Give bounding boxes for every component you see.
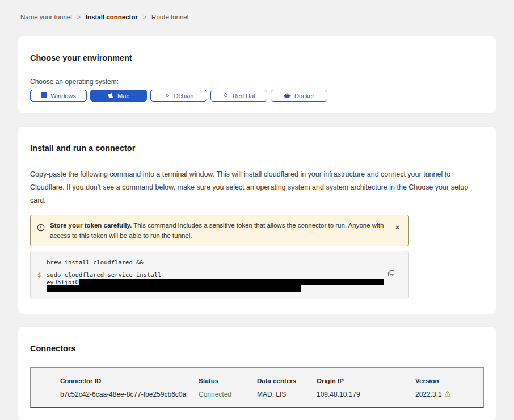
- os-button-label: Docker: [294, 93, 314, 99]
- data-centers-value: MAD, LIS: [257, 390, 317, 398]
- install-connector-description: Copy-paste the following command into a …: [30, 168, 484, 207]
- breadcrumb-separator: >: [77, 14, 81, 20]
- token-redaction-bar: [79, 279, 384, 285]
- os-button-windows[interactable]: Windows: [30, 90, 87, 102]
- install-connector-title: Install and run a connector: [30, 144, 484, 153]
- environment-card: Choose your environment Choose an operat…: [18, 36, 496, 113]
- install-connector-card: Install and run a connector Copy-paste t…: [18, 127, 496, 314]
- breadcrumb-separator: >: [143, 14, 146, 20]
- close-icon[interactable]: ×: [393, 223, 402, 232]
- terminal-prompt: $: [37, 271, 47, 292]
- token-prefix: eyJhIjoiO: [47, 279, 79, 285]
- command-service-install: sudo cloudflared service install: [47, 271, 401, 278]
- breadcrumb-step-install-connector[interactable]: Install connector: [86, 14, 138, 20]
- windows-icon: [41, 92, 47, 99]
- breadcrumb-step-route-tunnel[interactable]: Route tunnel: [151, 14, 188, 20]
- connector-id-value: b7c52c42-6caa-48ee-8c77-fbe259cb6c0a: [60, 390, 199, 398]
- command-sudo-group: $ sudo cloudflared service install eyJhI…: [37, 271, 401, 292]
- origin-ip-value: 109.48.10.179: [317, 390, 415, 398]
- terminal-command-block: brew install cloudflared && $ sudo cloud…: [30, 251, 409, 299]
- token-redaction-bar: [47, 285, 301, 292]
- debian-icon: [164, 92, 171, 100]
- warning-triangle-icon: [444, 390, 451, 398]
- token-warning-banner: Store your token carefully.This command …: [30, 215, 409, 246]
- column-header-data-centers: Data centers: [257, 377, 317, 384]
- connectors-table: Connector ID Status Data centers Origin …: [30, 367, 484, 408]
- redhat-icon: [222, 92, 229, 100]
- version-number: 2022.3.1: [415, 390, 442, 398]
- os-button-label: Red Hat: [233, 93, 255, 99]
- column-header-status: Status: [199, 377, 257, 384]
- token-warning-title: Store your token carefully.: [50, 222, 132, 229]
- os-button-label: Windows: [50, 93, 76, 99]
- column-header-origin-ip: Origin IP: [317, 377, 415, 384]
- connectors-title: Connectors: [30, 344, 484, 353]
- version-value: 2022.3.1: [415, 390, 478, 398]
- command-brew-install: brew install cloudflared &&: [37, 259, 401, 266]
- status-badge: Connected: [199, 390, 257, 398]
- os-button-docker[interactable]: Docker: [271, 90, 327, 102]
- token-line: eyJhIjoiO: [47, 279, 401, 285]
- os-button-mac[interactable]: Mac: [90, 90, 147, 102]
- os-select-label: Choose an operating system:: [30, 78, 484, 86]
- docker-icon: [284, 92, 291, 99]
- os-button-row: Windows Mac Debian Red Hat Docker: [30, 90, 484, 102]
- column-header-version: Version: [415, 377, 478, 384]
- os-button-debian[interactable]: Debian: [150, 90, 207, 102]
- environment-card-title: Choose your environment: [30, 53, 484, 62]
- breadcrumb: Name your tunnel > Install connector > R…: [0, 0, 514, 20]
- os-button-label: Mac: [117, 93, 129, 99]
- table-row: b7c52c42-6caa-48ee-8c77-fbe259cb6c0a Con…: [60, 390, 478, 398]
- connectors-card: Connectors Connector ID Status Data cent…: [18, 327, 496, 420]
- copy-icon[interactable]: [386, 268, 396, 280]
- token-warning-text: Store your token carefully.This command …: [50, 220, 388, 241]
- breadcrumb-step-name-your-tunnel[interactable]: Name your tunnel: [20, 14, 72, 20]
- os-button-redhat[interactable]: Red Hat: [210, 90, 267, 102]
- column-header-connector-id: Connector ID: [60, 377, 199, 384]
- alert-circle-icon: [37, 224, 45, 234]
- connectors-table-header-row: Connector ID Status Data centers Origin …: [60, 377, 478, 384]
- apple-icon: [108, 91, 114, 100]
- os-button-label: Debian: [174, 93, 194, 99]
